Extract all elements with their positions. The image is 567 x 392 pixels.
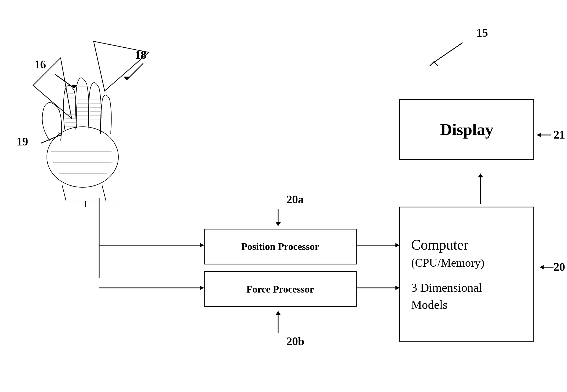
svg-marker-18: [395, 243, 399, 247]
svg-marker-22: [478, 174, 483, 177]
svg-marker-26: [537, 133, 541, 137]
position-processor-label: Position Processor: [241, 240, 319, 253]
svg-line-67: [102, 185, 106, 201]
ref-20b: 20b: [286, 335, 304, 348]
svg-marker-12: [200, 243, 204, 247]
svg-marker-24: [275, 311, 281, 315]
svg-marker-14: [200, 286, 204, 290]
force-processor-box: Force Processor: [204, 271, 357, 307]
ref-16: 16: [34, 58, 46, 71]
computer-box: Computer (CPU/Memory) 3 Dimensional Mode…: [399, 207, 534, 342]
computer-label-line4: Models: [411, 296, 447, 313]
ref-15: 15: [476, 26, 488, 39]
ref-18: 18: [135, 48, 147, 61]
ref-20a: 20a: [286, 193, 304, 206]
display-box: Display: [399, 99, 534, 160]
diagram: Position Processor Force Processor Compu…: [0, 0, 567, 392]
computer-label-line2: (CPU/Memory): [411, 255, 484, 271]
computer-label-line3: 3 Dimensional: [411, 279, 482, 296]
svg-marker-20: [395, 286, 399, 290]
svg-marker-28: [540, 265, 544, 269]
display-label: Display: [440, 119, 493, 140]
computer-label-line1: Computer: [411, 235, 468, 255]
position-processor-box: Position Processor: [204, 229, 357, 264]
svg-line-66: [62, 185, 66, 201]
ref-21: 21: [554, 128, 565, 141]
ref-20: 20: [554, 260, 565, 274]
ref-19: 19: [17, 135, 28, 148]
svg-marker-16: [275, 222, 281, 226]
force-processor-label: Force Processor: [246, 283, 314, 296]
svg-line-2: [432, 43, 463, 63]
